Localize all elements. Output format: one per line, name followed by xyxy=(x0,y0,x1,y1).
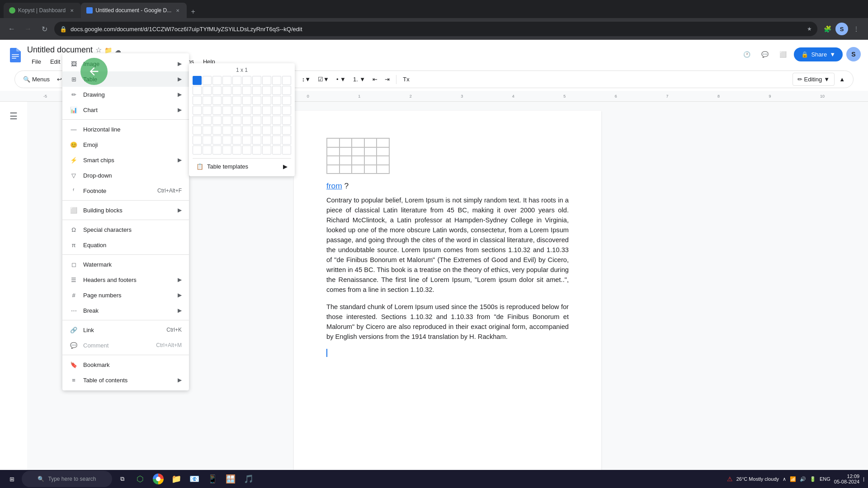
table-cell-3-3[interactable] xyxy=(222,106,231,115)
menus-button[interactable]: 🔍 Menus xyxy=(20,74,52,84)
table-cell-6-7[interactable] xyxy=(262,136,271,145)
menu-item-smart-chips[interactable]: ⚡ Smart chips ▶ xyxy=(62,152,189,168)
address-bar[interactable]: 🔒 docs.google.com/document/d/1CCZWl7ocz6… xyxy=(54,22,817,36)
table-cell-3-6[interactable] xyxy=(252,106,261,115)
table-cell-0-1[interactable] xyxy=(203,76,212,85)
table-cell-1-4[interactable] xyxy=(232,86,241,95)
table-cell-5-4[interactable] xyxy=(232,126,241,135)
menu-item-building-blocks[interactable]: ⬜ Building blocks ▶ xyxy=(62,202,189,218)
table-cell-0-4[interactable] xyxy=(232,76,241,85)
table-cell-4-0[interactable] xyxy=(193,116,202,125)
taskbar-app1[interactable]: 📧 xyxy=(186,471,203,487)
table-cell-1-8[interactable] xyxy=(272,86,281,95)
taskbar-app4[interactable]: 🎵 xyxy=(241,471,257,487)
table-grid[interactable] xyxy=(193,76,291,155)
menu-button[interactable]: ⋮ xyxy=(850,23,863,35)
table-cell-5-6[interactable] xyxy=(252,126,261,135)
chrome-taskbar-button[interactable] xyxy=(150,471,166,487)
table-cell-7-0[interactable] xyxy=(193,145,202,155)
table-cell-5-5[interactable] xyxy=(242,126,251,135)
table-cell-1-9[interactable] xyxy=(282,86,291,95)
table-cell-4-3[interactable] xyxy=(222,116,231,125)
table-cell-3-0[interactable] xyxy=(193,106,202,115)
present-button[interactable]: ⬜ xyxy=(776,47,790,61)
show-desktop-button[interactable]: | xyxy=(863,476,864,482)
menu-item-comment[interactable]: 💬 Comment Ctrl+Alt+M xyxy=(62,338,189,353)
sidebar-outline-btn[interactable]: ☰ xyxy=(9,111,18,122)
table-cell-6-6[interactable] xyxy=(252,136,261,145)
table-cell-5-7[interactable] xyxy=(262,126,271,135)
files-taskbar-button[interactable]: 📁 xyxy=(168,471,184,487)
table-cell-5-1[interactable] xyxy=(203,126,212,135)
taskbar-clock[interactable]: 12:09 05-08-2024 xyxy=(834,474,859,484)
table-cell-1-3[interactable] xyxy=(222,86,231,95)
new-tab-button[interactable]: + xyxy=(187,5,199,18)
tab-gdocs[interactable]: Untitled document - Google D... ✕ xyxy=(81,3,187,18)
table-cell-6-8[interactable] xyxy=(272,136,281,145)
table-cell-4-6[interactable] xyxy=(252,116,261,125)
table-cell-2-1[interactable] xyxy=(203,96,212,105)
table-cell-0-7[interactable] xyxy=(262,76,271,85)
extensions-button[interactable]: 🧩 xyxy=(821,23,834,35)
table-cell-2-8[interactable] xyxy=(272,96,281,105)
editing-mode-btn[interactable]: ✏ Editing ▼ xyxy=(793,73,835,86)
tab-gdocs-close[interactable]: ✕ xyxy=(174,7,181,14)
menu-item-watermark[interactable]: ◻ Watermark xyxy=(62,257,189,272)
table-cell-3-7[interactable] xyxy=(262,106,271,115)
table-cell-6-2[interactable] xyxy=(212,136,222,145)
user-avatar[interactable]: S xyxy=(846,47,861,61)
search-taskbar-button[interactable]: 🔍 Type here to search xyxy=(22,471,112,487)
menu-item-dropdown[interactable]: ▽ Drop-down xyxy=(62,168,189,183)
forward-button[interactable]: → xyxy=(22,23,34,35)
clear-format-button[interactable]: Tx xyxy=(400,74,412,84)
table-cell-4-7[interactable] xyxy=(262,116,271,125)
cloud-icon[interactable]: ☁ xyxy=(115,47,121,54)
folder-icon[interactable]: 📁 xyxy=(104,47,112,54)
table-templates-item[interactable]: 📋 Table templates ▶ xyxy=(193,160,291,173)
table-cell-0-3[interactable] xyxy=(222,76,231,85)
increase-indent-button[interactable]: ⇥ xyxy=(382,74,392,84)
history-button[interactable]: 🕐 xyxy=(740,47,754,61)
table-cell-4-1[interactable] xyxy=(203,116,212,125)
task-view-button[interactable]: ⧉ xyxy=(114,471,130,487)
menu-item-special-chars[interactable]: Ω Special characters xyxy=(62,222,189,237)
table-cell-0-6[interactable] xyxy=(252,76,261,85)
table-cell-2-5[interactable] xyxy=(242,96,251,105)
share-button[interactable]: 🔒 Share ▼ xyxy=(794,47,843,61)
table-cell-2-7[interactable] xyxy=(262,96,271,105)
table-cell-3-1[interactable] xyxy=(203,106,212,115)
taskbar-chevron[interactable]: ∧ xyxy=(783,476,786,482)
table-cell-4-8[interactable] xyxy=(272,116,281,125)
line-spacing-button[interactable]: ↕▼ xyxy=(299,74,313,84)
table-cell-2-4[interactable] xyxy=(232,96,241,105)
table-cell-3-9[interactable] xyxy=(282,106,291,115)
menu-item-break[interactable]: ⋯ Break ▶ xyxy=(62,303,189,318)
table-cell-7-3[interactable] xyxy=(222,145,231,155)
from-link[interactable]: from xyxy=(326,181,342,190)
back-button[interactable]: ← xyxy=(5,23,18,35)
windows-start-button[interactable]: ⊞ xyxy=(4,471,20,487)
table-cell-4-5[interactable] xyxy=(242,116,251,125)
table-cell-2-3[interactable] xyxy=(222,96,231,105)
table-cell-4-4[interactable] xyxy=(232,116,241,125)
table-cell-0-2[interactable] xyxy=(212,76,222,85)
tab-kopyst-close[interactable]: ✕ xyxy=(68,7,75,14)
table-cell-2-9[interactable] xyxy=(282,96,291,105)
table-cell-6-3[interactable] xyxy=(222,136,231,145)
profile-button[interactable]: S xyxy=(835,23,848,35)
table-cell-2-2[interactable] xyxy=(212,96,222,105)
table-cell-6-0[interactable] xyxy=(193,136,202,145)
table-cell-7-5[interactable] xyxy=(242,145,251,155)
table-cell-6-4[interactable] xyxy=(232,136,241,145)
tab-kopyst[interactable]: Kopyst | Dashboard ✕ xyxy=(4,3,81,18)
table-cell-4-9[interactable] xyxy=(282,116,291,125)
decrease-indent-button[interactable]: ⇤ xyxy=(370,74,380,84)
bullets-button[interactable]: • ▼ xyxy=(334,74,349,84)
table-cell-0-8[interactable] xyxy=(272,76,281,85)
menu-item-bookmark[interactable]: 🔖 Bookmark xyxy=(62,357,189,372)
table-cell-5-0[interactable] xyxy=(193,126,202,135)
menu-item-page-numbers[interactable]: # Page numbers ▶ xyxy=(62,287,189,303)
widgets-button[interactable]: ⬡ xyxy=(132,471,148,487)
table-cell-3-5[interactable] xyxy=(242,106,251,115)
menu-item-link[interactable]: 🔗 Link Ctrl+K xyxy=(62,322,189,338)
